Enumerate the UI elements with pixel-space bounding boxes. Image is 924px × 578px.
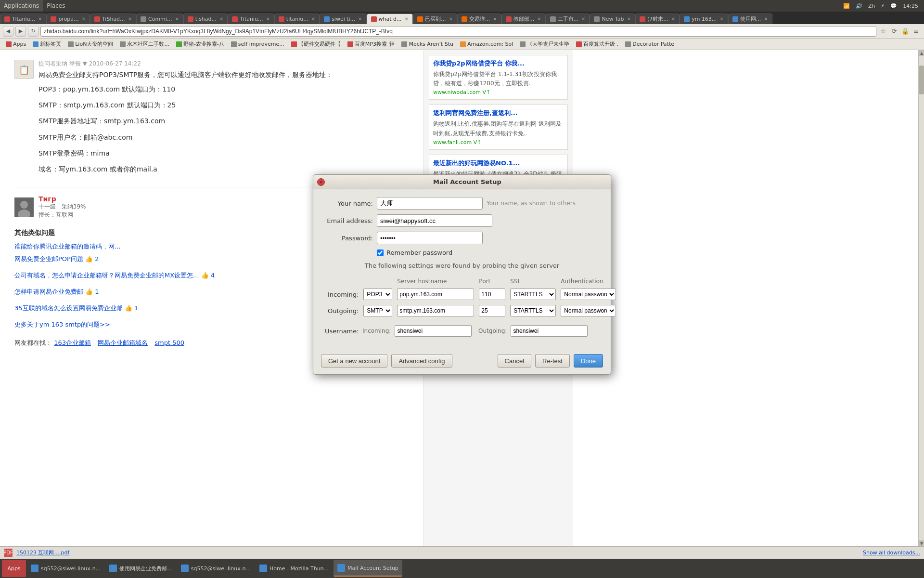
bookmark-decorator[interactable]: Decorator Patte	[622, 39, 677, 49]
bookmark-newtab[interactable]: 新标签页	[30, 39, 64, 49]
outgoing-username-input[interactable]	[511, 325, 588, 337]
settings-icon[interactable]: ≡	[911, 26, 921, 36]
bookmark-amazon[interactable]: Amazon.com: Sol	[457, 39, 516, 49]
tab-close-13[interactable]: ✕	[581, 16, 585, 22]
tab-close-8[interactable]: ✕	[358, 16, 362, 22]
bookmark-hardware[interactable]: 【硬件交易硬件【	[288, 39, 344, 49]
tab-12[interactable]: 教部部... ✕	[501, 13, 546, 24]
history-icon[interactable]: ⟳	[889, 26, 899, 36]
forward-button[interactable]: ▶	[15, 26, 26, 37]
bookmark-shuimu[interactable]: 水木社区二手数...	[117, 39, 172, 49]
ad-title-1[interactable]: 你我贷p2p网络借贷平台 你我...	[433, 59, 564, 68]
incoming-port-input[interactable]	[479, 289, 505, 300]
community-link-3[interactable]: smpt 500	[154, 339, 184, 346]
ad-title-3[interactable]: 最近新出的好玩网游易NO.1...	[433, 159, 564, 168]
retest-button[interactable]: Re-test	[535, 354, 570, 368]
app-launcher[interactable]: Apps	[2, 560, 26, 577]
tab-close-5[interactable]: ✕	[219, 16, 223, 22]
tab-close-15[interactable]: ✕	[671, 16, 675, 22]
tab-close-7[interactable]: ✕	[311, 16, 315, 22]
places-menu[interactable]: Places	[43, 0, 69, 12]
bookmark-star-icon[interactable]: ☆	[878, 26, 888, 36]
scrollbar-up[interactable]: ▲	[919, 50, 924, 56]
tab-15[interactable]: (7封未... ✕	[635, 13, 680, 24]
tab-3[interactable]: TiShad... ✕	[90, 13, 136, 24]
tab-6[interactable]: Titaniu... ✕	[228, 13, 274, 24]
email-input[interactable]	[377, 214, 492, 227]
tab-close-11[interactable]: ✕	[493, 16, 497, 22]
tab-close-14[interactable]: ✕	[627, 16, 631, 22]
outgoing-protocol-select[interactable]: SMTP	[363, 305, 392, 316]
tab-close-6[interactable]: ✕	[266, 16, 270, 22]
tab-close-17[interactable]: ✕	[764, 16, 768, 22]
refresh-button[interactable]: ↻	[28, 26, 38, 37]
similar-q-link-3[interactable]: 怎样申请网易企业免费邮 👍 1	[14, 288, 99, 296]
taskbar-item-2[interactable]: 使用网易企业免费邮...	[105, 560, 176, 577]
modal-close-button[interactable]: ×	[317, 178, 325, 186]
scrollbar-thumb[interactable]	[919, 66, 924, 94]
tab-4[interactable]: Commi... ✕	[136, 13, 183, 24]
tab-close-4[interactable]: ✕	[175, 16, 179, 22]
tab-2[interactable]: propa... ✕	[46, 13, 90, 24]
tab-10[interactable]: 已买到... ✕	[413, 13, 457, 24]
address-bar[interactable]	[40, 26, 876, 37]
incoming-hostname-input[interactable]	[397, 289, 474, 300]
tab-close-3[interactable]: ✕	[128, 16, 132, 22]
right-scrollbar[interactable]: ▲ ▼	[918, 50, 924, 546]
back-button[interactable]: ◀	[3, 26, 13, 37]
taskbar-item-5[interactable]: Mail Account Setup	[334, 560, 402, 577]
tab-8[interactable]: siwei ti... ✕	[320, 13, 366, 24]
remember-password-checkbox[interactable]	[377, 250, 384, 256]
bookmark-mocks[interactable]: Mocks Aren't Stu	[398, 39, 456, 49]
ad-title-2[interactable]: 返利网官网免费注册,查返利...	[433, 109, 564, 118]
bookmark-baidu-algo[interactable]: 百度算法升级 .	[573, 39, 621, 49]
tab-close-1[interactable]: ✕	[38, 16, 42, 22]
more-link[interactable]: 更多关于ym 163 smtp的问题>>	[14, 321, 110, 328]
show-all-downloads[interactable]: Show all downloads...	[863, 550, 920, 556]
tab-17[interactable]: 使用网... ✕	[728, 13, 772, 24]
taskbar-item-1[interactable]: sq552@siwei-linux-n...	[27, 560, 104, 577]
tab-close-16[interactable]: ✕	[719, 16, 723, 22]
bookmark-baidu-mp3[interactable]: 百度MP3搜索_轻	[345, 39, 398, 49]
get-new-account-button[interactable]: Get a new account	[321, 354, 387, 368]
tab-close-10[interactable]: ✕	[449, 16, 452, 22]
bookmark-yezhu[interactable]: 野猪-农业搜索-八	[173, 39, 227, 49]
community-link-2[interactable]: 网易企业邮箱域名	[98, 339, 148, 346]
password-input[interactable]	[377, 232, 483, 244]
tab-close-2[interactable]: ✕	[82, 16, 86, 22]
tab-7[interactable]: titaniu... ✕	[274, 13, 320, 24]
tab-5[interactable]: tishad... ✕	[183, 13, 228, 24]
similar-q-link-4[interactable]: 35互联的域名怎么设置网易免费企业邮 👍 1	[14, 304, 138, 313]
scrollbar-down[interactable]: ▼	[919, 540, 924, 546]
tab-11[interactable]: 交易详... ✕	[457, 13, 501, 24]
incoming-auth-select[interactable]: Normal password Encrypted password OAuth…	[561, 289, 616, 300]
similar-q-link-1[interactable]: 网易免费企业邮POP问题 👍 2	[14, 255, 99, 263]
bookmark-lion[interactable]: LioN大帝的空间	[65, 39, 116, 49]
tab-16[interactable]: ym 163... ✕	[680, 13, 728, 24]
outgoing-hostname-input[interactable]	[397, 305, 474, 316]
similar-q-link-2[interactable]: 公司有域名，怎么申请企业邮箱呀？网易免费企业邮的MX设置怎... 👍 4	[14, 271, 215, 280]
tab-13[interactable]: 二手市... ✕	[546, 13, 590, 24]
advanced-config-button[interactable]: Advanced config	[391, 354, 452, 368]
bookmark-apps[interactable]: Apps	[3, 39, 29, 49]
incoming-protocol-select[interactable]: POP3 IMAP	[363, 289, 392, 300]
taskbar-item-4[interactable]: Home - Mozilla Thun...	[256, 560, 333, 577]
outgoing-ssl-select[interactable]: STARTTLS SSL/TLS None	[510, 305, 556, 316]
done-button[interactable]: Done	[574, 354, 603, 368]
incoming-username-input[interactable]	[395, 325, 472, 337]
tab-close-12[interactable]: ✕	[537, 16, 541, 22]
download-filename[interactable]: 150123 互联网....pdf	[16, 549, 69, 556]
outgoing-auth-select[interactable]: Normal password Encrypted password OAuth…	[561, 305, 616, 316]
tab-9[interactable]: what d... ✕	[367, 13, 413, 24]
applications-menu[interactable]: Applications	[0, 0, 43, 12]
bookmark-self[interactable]: self improveme...	[228, 39, 287, 49]
tab-1[interactable]: Titaniu... ✕	[0, 13, 46, 24]
cancel-button[interactable]: Cancel	[498, 354, 531, 368]
your-name-input[interactable]	[377, 197, 483, 210]
bookmark-daxue[interactable]: 《大学丧尸来生毕	[517, 39, 572, 49]
taskbar-item-3[interactable]: sq552@siwei-linux-n...	[177, 560, 255, 577]
community-link-1[interactable]: 163企业邮箱	[54, 339, 91, 346]
tab-14[interactable]: New Tab ✕	[590, 13, 635, 24]
incoming-ssl-select[interactable]: STARTTLS SSL/TLS None	[510, 289, 556, 300]
tab-close-9[interactable]: ✕	[405, 16, 409, 22]
